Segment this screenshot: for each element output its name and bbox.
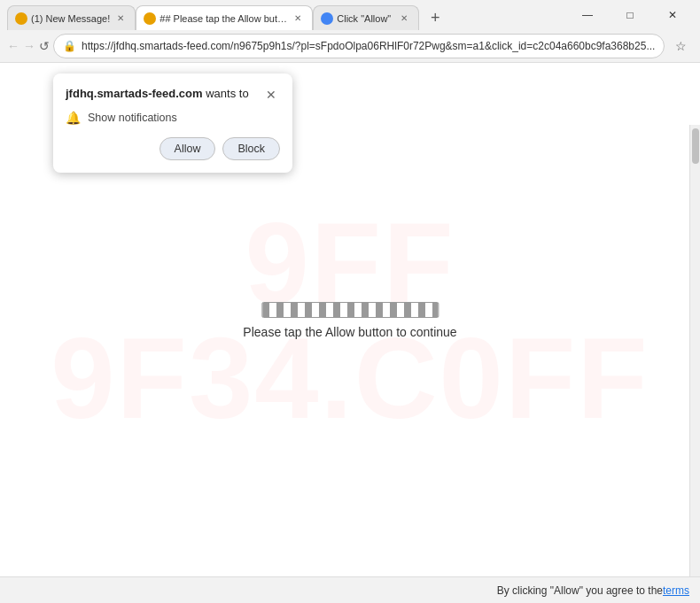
page-instruction: Please tap the Allow button to continue: [243, 325, 456, 339]
address-bar-right: ☆ 👤 ⋮: [668, 34, 700, 58]
tab-bar: (1) New Message! ✕ ## Please tap the All…: [7, 0, 567, 30]
block-button[interactable]: Block: [222, 137, 280, 160]
popup-title: jfdhq.smartads-feed.com wants to: [66, 86, 249, 102]
forward-button[interactable]: →: [23, 34, 35, 58]
tab-1[interactable]: (1) New Message! ✕: [7, 5, 136, 30]
popup-notification-text: Show notifications: [88, 112, 177, 124]
back-button[interactable]: ←: [7, 34, 19, 58]
new-tab-button[interactable]: +: [423, 5, 447, 30]
browser-chrome: (1) New Message! ✕ ## Please tap the All…: [0, 0, 700, 63]
terms-link[interactable]: terms: [663, 584, 689, 597]
bell-icon: 🔔: [66, 111, 81, 125]
bookmark-button[interactable]: ☆: [668, 34, 693, 58]
popup-actions: Allow Block: [66, 137, 280, 160]
url-bar[interactable]: 🔒 https://jfdhq.smartads-feed.com/n9675p…: [53, 34, 665, 58]
permission-popup: jfdhq.smartads-feed.com wants to ✕ 🔔 Sho…: [53, 73, 292, 173]
status-text: By clicking "Allow" you agree to the: [497, 584, 663, 597]
url-text: https://jfdhq.smartads-feed.com/n9675p9h…: [82, 40, 655, 52]
minimize-button[interactable]: —: [567, 0, 608, 30]
scrollbar[interactable]: [689, 125, 700, 577]
page-content: 9FF 9F34.C0FF jfdhq.smartads-feed.com wa…: [0, 63, 700, 577]
title-bar: (1) New Message! ✕ ## Please tap the All…: [0, 0, 700, 30]
scrollbar-thumb[interactable]: [692, 128, 699, 164]
progress-bar: [261, 302, 439, 318]
popup-title-suffix: wants to: [203, 87, 249, 100]
url-info-icon: 🔒: [63, 40, 76, 52]
allow-button[interactable]: Allow: [159, 137, 216, 160]
tab-2-favicon: [144, 12, 156, 25]
popup-header: jfdhq.smartads-feed.com wants to ✕: [66, 86, 280, 104]
page-center: Please tap the Allow button to continue: [243, 302, 456, 339]
tab-1-close[interactable]: ✕: [113, 12, 128, 26]
maximize-button[interactable]: □: [610, 0, 650, 30]
tab-2[interactable]: ## Please tap the Allow button... ✕: [136, 5, 313, 30]
tab-3[interactable]: Click "Allow" ✕: [313, 5, 419, 30]
window-controls: — □ ✕: [567, 0, 693, 30]
tab-1-favicon: [15, 12, 27, 25]
profile-button[interactable]: 👤: [695, 34, 700, 58]
tab-2-close[interactable]: ✕: [291, 12, 305, 26]
tab-3-label: Click "Allow": [337, 13, 393, 24]
tab-2-label: ## Please tap the Allow button...: [159, 13, 287, 24]
refresh-button[interactable]: ↺: [39, 34, 50, 58]
tab-1-label: (1) New Message!: [31, 13, 110, 24]
popup-domain: jfdhq.smartads-feed.com: [66, 87, 203, 100]
tab-3-favicon: [321, 12, 333, 25]
close-button[interactable]: ✕: [652, 0, 693, 30]
tab-3-close[interactable]: ✕: [397, 12, 411, 26]
popup-close-button[interactable]: ✕: [262, 86, 280, 104]
status-bar: By clicking "Allow" you agree to the ter…: [0, 576, 700, 603]
address-bar: ← → ↺ 🔒 https://jfdhq.smartads-feed.com/…: [0, 30, 700, 62]
popup-notification-row: 🔔 Show notifications: [66, 111, 280, 125]
